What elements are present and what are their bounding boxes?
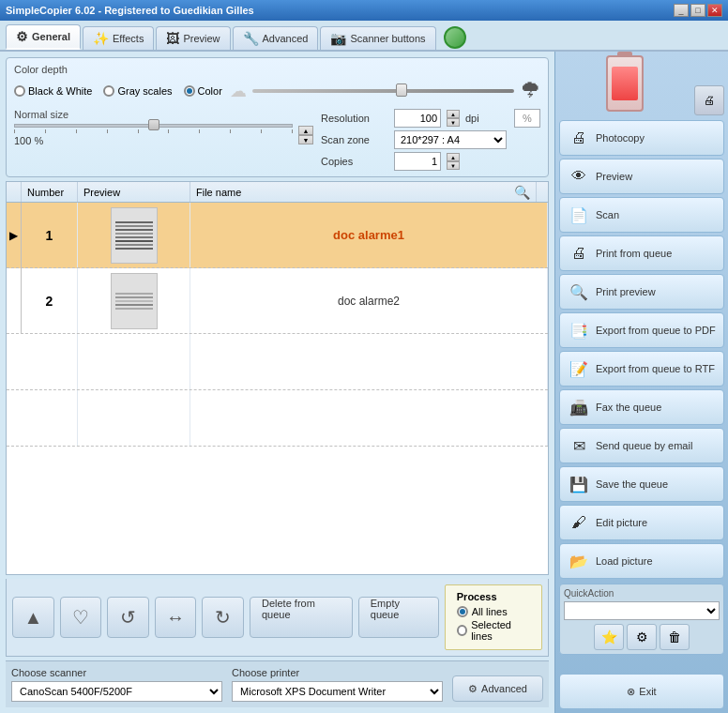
brightness-slider-thumb[interactable] (396, 83, 407, 97)
queue-table-container: Number Preview File name 🔍 ▶ 1 (6, 181, 549, 575)
scanner-select[interactable]: CanoScan 5400F/5200F (11, 681, 222, 702)
export-rtf-button[interactable]: 📝 Export from queue to RTF (559, 351, 724, 387)
brightness-row: ☁ 🌩 (230, 79, 540, 103)
qa-gear-button[interactable]: ⚙ (627, 624, 657, 650)
rotate-button[interactable]: ↺ (107, 597, 149, 638)
size-up-arrow[interactable]: ▲ (298, 126, 313, 135)
empty-queue-button[interactable]: Empty queue (358, 597, 439, 638)
process-all-lines[interactable]: All lines (457, 606, 530, 617)
tab-scanner-buttons[interactable]: 📷 Scanner buttons (320, 26, 435, 50)
qa-trash-button[interactable]: 🗑 (660, 624, 690, 650)
thumb-content (115, 293, 153, 310)
process-selected-lines[interactable]: Selected lines (457, 619, 530, 642)
row-indicator-empty (7, 268, 22, 333)
scanner-section: Choose scanner CanoScan 5400F/5200F (11, 667, 222, 702)
queue-row-empty (7, 390, 548, 447)
resolution-row: Resolution ▲ ▼ dpi (321, 109, 507, 128)
preview-icon: 👁 (568, 165, 590, 188)
radio-color[interactable]: Color (184, 85, 222, 97)
minimize-button[interactable]: _ (674, 4, 689, 17)
load-picture-button[interactable]: 📂 Load picture (559, 543, 724, 579)
scan-zone-select[interactable]: 210*297 : A4 148*210 : A5 105*148 : A6 (394, 130, 507, 149)
light-cloud-icon: ☁ (230, 81, 247, 101)
size-slider-thumb[interactable] (148, 119, 159, 130)
print-from-queue-button[interactable]: 🖨 Print from queue (559, 235, 724, 271)
params-section: Resolution ▲ ▼ dpi Scan zone 210*297 : (321, 109, 507, 171)
resolution-down[interactable]: ▼ (447, 118, 460, 127)
printer-section: Choose printer Microsoft XPS Document Wr… (232, 667, 443, 702)
fax-button[interactable]: 📠 Fax the queue (559, 389, 724, 425)
export-pdf-button[interactable]: 📑 Export from queue to PDF (559, 312, 724, 348)
radio-bw-circle (14, 85, 25, 97)
main-window: ⚙ General ✨ Effects 🖼 Preview 🔧 Advanced… (0, 21, 728, 713)
quick-action-section: QuickAction ⭐ ⚙ 🗑 (559, 584, 724, 655)
tab-preview[interactable]: 🖼 Preview (156, 26, 230, 50)
printer-select[interactable]: Microsoft XPS Document Writer (232, 681, 443, 702)
save-queue-button[interactable]: 💾 Save the queue (559, 466, 724, 502)
copies-input[interactable] (394, 152, 441, 171)
window-title: SimpleCopier 6.02 - Registered to Guedik… (6, 5, 254, 16)
tab-effects[interactable]: ✨ Effects (83, 26, 154, 50)
mirror-button[interactable]: ↔ (155, 597, 197, 638)
row-filename-cell: doc alarme2 (190, 268, 548, 333)
copies-up[interactable]: ▲ (447, 153, 460, 161)
row-number-cell: 1 (22, 203, 78, 267)
size-down-arrow[interactable]: ▼ (298, 135, 313, 144)
maximize-button[interactable]: □ (690, 4, 705, 17)
export-pdf-icon: 📑 (568, 319, 590, 341)
refresh-button[interactable]: ↻ (202, 597, 244, 638)
color-depth-label: Color depth (14, 64, 540, 75)
exit-button[interactable]: ⊗ Exit (559, 674, 724, 709)
email-icon: ✉ (568, 434, 590, 457)
resolution-input[interactable] (394, 109, 441, 128)
process-title: Process (457, 591, 530, 602)
photocopy-button[interactable]: 🖨 Photocopy (559, 120, 724, 156)
edit-picture-button[interactable]: 🖌 Edit picture (559, 505, 724, 540)
print-preview-button[interactable]: 🔍 Print preview (559, 274, 724, 310)
close-button[interactable]: ✕ (707, 4, 722, 17)
queue-scroll-area[interactable]: ▶ 1 (7, 203, 548, 574)
scan-icon: 📄 (568, 204, 590, 226)
queue-controls: ▲ ♡ ↺ ↔ ↻ Delete from queue Empty queue … (6, 579, 549, 657)
copies-down[interactable]: ▼ (447, 161, 460, 170)
scan-button[interactable]: 📄 Scan (559, 197, 724, 233)
search-icon[interactable]: 🔍 (514, 185, 530, 200)
preview-button[interactable]: 👁 Preview (559, 159, 724, 194)
row-preview-cell (78, 268, 190, 333)
tab-general[interactable]: ⚙ General (6, 24, 81, 50)
radio-black-white[interactable]: Black & White (14, 85, 92, 97)
tab-advanced[interactable]: 🔧 Advanced (233, 26, 319, 50)
size-percent-display: 100 % (14, 135, 293, 146)
tab-general-label: General (32, 31, 70, 42)
color-depth-group: Black & White Gray scales Color (14, 85, 222, 97)
quick-action-buttons: ⭐ ⚙ 🗑 (564, 624, 720, 650)
qa-star-button[interactable]: ⭐ (594, 624, 624, 650)
resolution-unit: dpi (465, 113, 479, 124)
queue-row[interactable]: 2 d (7, 268, 548, 334)
tab-preview-label: Preview (183, 33, 220, 44)
radio-gray-scales[interactable]: Gray scales (103, 85, 172, 97)
advanced-button[interactable]: ⚙ Advanced (452, 675, 543, 702)
process-box: Process All lines Selected lines (445, 584, 542, 650)
size-section: Normal size 100 % (14, 109, 313, 150)
photocopy-icon: 🖨 (568, 127, 590, 149)
printer-label: Choose printer (232, 667, 443, 678)
resolution-up[interactable]: ▲ (447, 110, 460, 118)
preview-thumbnail (111, 207, 158, 264)
top-icons: 🖨 (559, 55, 724, 115)
dark-cloud-icon: 🌩 (520, 79, 540, 103)
copies-spin: ▲ ▼ (447, 153, 460, 170)
delete-from-queue-button[interactable]: Delete from queue (250, 597, 353, 638)
move-up-button[interactable]: ▲ (12, 597, 54, 638)
send-email-button[interactable]: ✉ Send queue by email (559, 428, 724, 463)
radio-gray-circle (103, 85, 114, 97)
quick-action-select[interactable] (564, 601, 720, 620)
resolution-label: Resolution (321, 113, 388, 124)
queue-row-empty (7, 334, 548, 390)
export-rtf-icon: 📝 (568, 357, 590, 380)
queue-row[interactable]: ▶ 1 (7, 203, 548, 268)
fax-icon: 📠 (568, 396, 590, 418)
printer-icon: 🖨 (694, 85, 724, 115)
favorite-button[interactable]: ♡ (60, 597, 102, 638)
copies-row: Copies ▲ ▼ (321, 152, 507, 171)
